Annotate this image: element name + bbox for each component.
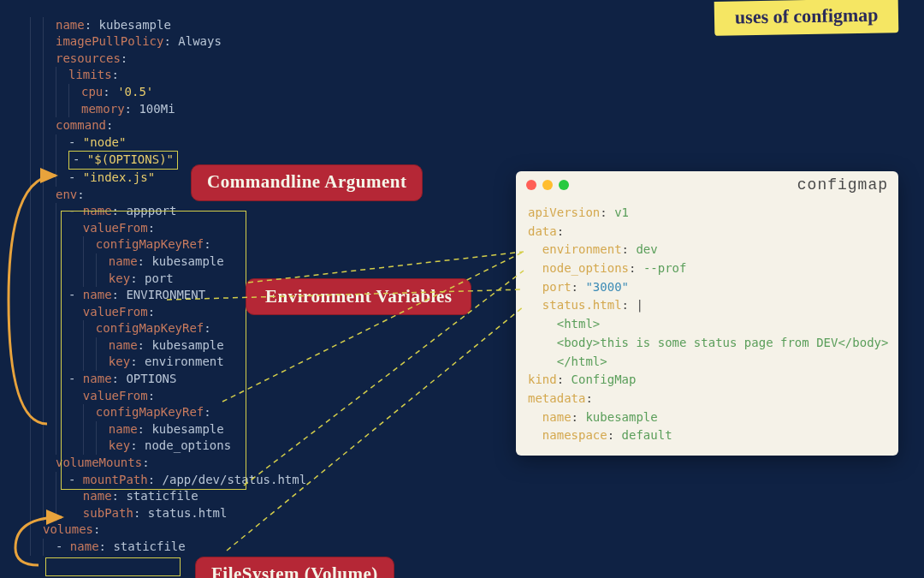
key-name: name <box>56 18 85 32</box>
window-title: configmap <box>797 176 888 194</box>
traffic-lights <box>526 180 569 190</box>
configmap-window: configmap apiVersion: v1 data: environme… <box>516 171 898 456</box>
sticky-note: uses of configmap <box>714 0 898 36</box>
max-dot-icon <box>559 180 569 190</box>
callout-commandline: Commandline Argument <box>191 164 423 201</box>
close-dot-icon <box>526 180 536 190</box>
callout-filesystem: FileSystem (Volume) <box>195 557 394 578</box>
min-dot-icon <box>542 180 553 190</box>
window-titlebar: configmap <box>516 171 898 199</box>
callout-env: Environment Variables <box>246 278 471 315</box>
volume-highlight-box <box>45 557 181 576</box>
configmap-yaml: apiVersion: v1 data: environment: dev no… <box>516 199 898 456</box>
cmdline-arg-highlight: - "$(OPTIONS)" <box>68 151 178 170</box>
